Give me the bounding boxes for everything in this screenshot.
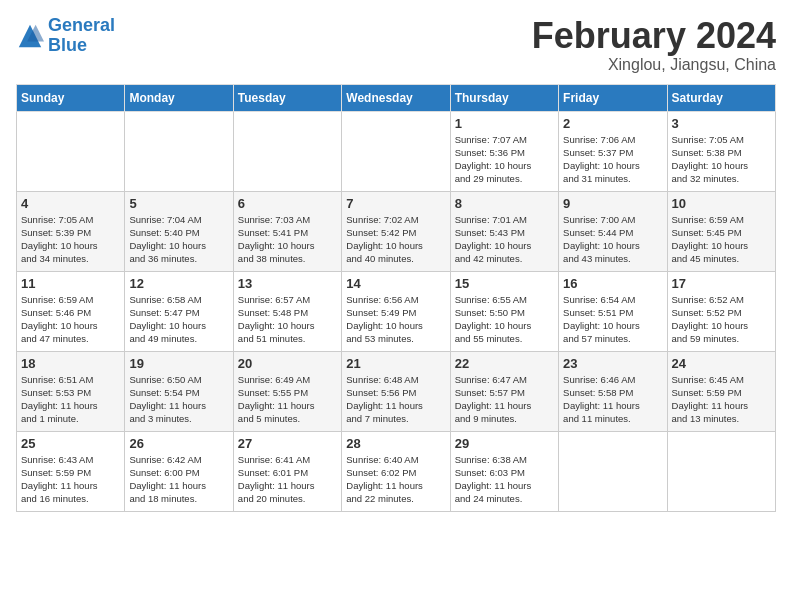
day-info: Sunrise: 6:56 AM Sunset: 5:49 PM Dayligh… xyxy=(346,293,445,346)
day-info: Sunrise: 7:07 AM Sunset: 5:36 PM Dayligh… xyxy=(455,133,554,186)
weekday-header: Thursday xyxy=(450,84,558,111)
day-number: 22 xyxy=(455,356,554,371)
day-info: Sunrise: 6:41 AM Sunset: 6:01 PM Dayligh… xyxy=(238,453,337,506)
day-info: Sunrise: 6:47 AM Sunset: 5:57 PM Dayligh… xyxy=(455,373,554,426)
day-info: Sunrise: 6:48 AM Sunset: 5:56 PM Dayligh… xyxy=(346,373,445,426)
calendar-cell: 9Sunrise: 7:00 AM Sunset: 5:44 PM Daylig… xyxy=(559,191,667,271)
day-number: 18 xyxy=(21,356,120,371)
day-info: Sunrise: 7:04 AM Sunset: 5:40 PM Dayligh… xyxy=(129,213,228,266)
calendar-cell: 24Sunrise: 6:45 AM Sunset: 5:59 PM Dayli… xyxy=(667,351,775,431)
day-info: Sunrise: 7:06 AM Sunset: 5:37 PM Dayligh… xyxy=(563,133,662,186)
day-number: 29 xyxy=(455,436,554,451)
day-info: Sunrise: 6:50 AM Sunset: 5:54 PM Dayligh… xyxy=(129,373,228,426)
weekday-header: Wednesday xyxy=(342,84,450,111)
weekday-header: Tuesday xyxy=(233,84,341,111)
day-number: 24 xyxy=(672,356,771,371)
calendar-week-row: 11Sunrise: 6:59 AM Sunset: 5:46 PM Dayli… xyxy=(17,271,776,351)
logo-icon xyxy=(16,22,44,50)
logo-text: General Blue xyxy=(48,16,115,56)
day-number: 4 xyxy=(21,196,120,211)
calendar-cell: 15Sunrise: 6:55 AM Sunset: 5:50 PM Dayli… xyxy=(450,271,558,351)
day-info: Sunrise: 7:00 AM Sunset: 5:44 PM Dayligh… xyxy=(563,213,662,266)
calendar-week-row: 1Sunrise: 7:07 AM Sunset: 5:36 PM Daylig… xyxy=(17,111,776,191)
calendar-cell xyxy=(667,431,775,511)
day-number: 8 xyxy=(455,196,554,211)
day-info: Sunrise: 7:05 AM Sunset: 5:38 PM Dayligh… xyxy=(672,133,771,186)
month-title: February 2024 xyxy=(532,16,776,56)
calendar-cell: 12Sunrise: 6:58 AM Sunset: 5:47 PM Dayli… xyxy=(125,271,233,351)
day-number: 6 xyxy=(238,196,337,211)
calendar-cell xyxy=(17,111,125,191)
weekday-header: Friday xyxy=(559,84,667,111)
day-number: 20 xyxy=(238,356,337,371)
calendar-cell: 3Sunrise: 7:05 AM Sunset: 5:38 PM Daylig… xyxy=(667,111,775,191)
weekday-header-row: SundayMondayTuesdayWednesdayThursdayFrid… xyxy=(17,84,776,111)
weekday-header: Monday xyxy=(125,84,233,111)
weekday-header: Sunday xyxy=(17,84,125,111)
calendar-week-row: 25Sunrise: 6:43 AM Sunset: 5:59 PM Dayli… xyxy=(17,431,776,511)
calendar-cell: 14Sunrise: 6:56 AM Sunset: 5:49 PM Dayli… xyxy=(342,271,450,351)
page-header: General Blue February 2024 Xinglou, Jian… xyxy=(16,16,776,74)
day-number: 12 xyxy=(129,276,228,291)
day-info: Sunrise: 6:59 AM Sunset: 5:45 PM Dayligh… xyxy=(672,213,771,266)
weekday-header: Saturday xyxy=(667,84,775,111)
day-info: Sunrise: 7:01 AM Sunset: 5:43 PM Dayligh… xyxy=(455,213,554,266)
calendar-cell: 22Sunrise: 6:47 AM Sunset: 5:57 PM Dayli… xyxy=(450,351,558,431)
calendar-cell: 20Sunrise: 6:49 AM Sunset: 5:55 PM Dayli… xyxy=(233,351,341,431)
day-number: 7 xyxy=(346,196,445,211)
day-number: 5 xyxy=(129,196,228,211)
day-info: Sunrise: 6:43 AM Sunset: 5:59 PM Dayligh… xyxy=(21,453,120,506)
calendar-cell: 6Sunrise: 7:03 AM Sunset: 5:41 PM Daylig… xyxy=(233,191,341,271)
calendar-cell: 7Sunrise: 7:02 AM Sunset: 5:42 PM Daylig… xyxy=(342,191,450,271)
calendar-cell: 11Sunrise: 6:59 AM Sunset: 5:46 PM Dayli… xyxy=(17,271,125,351)
calendar-cell: 10Sunrise: 6:59 AM Sunset: 5:45 PM Dayli… xyxy=(667,191,775,271)
calendar-cell: 8Sunrise: 7:01 AM Sunset: 5:43 PM Daylig… xyxy=(450,191,558,271)
day-number: 17 xyxy=(672,276,771,291)
day-number: 9 xyxy=(563,196,662,211)
day-number: 10 xyxy=(672,196,771,211)
calendar-cell: 25Sunrise: 6:43 AM Sunset: 5:59 PM Dayli… xyxy=(17,431,125,511)
day-info: Sunrise: 6:42 AM Sunset: 6:00 PM Dayligh… xyxy=(129,453,228,506)
calendar-cell xyxy=(125,111,233,191)
calendar-cell: 29Sunrise: 6:38 AM Sunset: 6:03 PM Dayli… xyxy=(450,431,558,511)
calendar-cell: 5Sunrise: 7:04 AM Sunset: 5:40 PM Daylig… xyxy=(125,191,233,271)
day-info: Sunrise: 7:05 AM Sunset: 5:39 PM Dayligh… xyxy=(21,213,120,266)
day-number: 1 xyxy=(455,116,554,131)
day-number: 16 xyxy=(563,276,662,291)
calendar-cell: 4Sunrise: 7:05 AM Sunset: 5:39 PM Daylig… xyxy=(17,191,125,271)
calendar-cell: 23Sunrise: 6:46 AM Sunset: 5:58 PM Dayli… xyxy=(559,351,667,431)
calendar-cell: 16Sunrise: 6:54 AM Sunset: 5:51 PM Dayli… xyxy=(559,271,667,351)
day-number: 3 xyxy=(672,116,771,131)
calendar-cell: 17Sunrise: 6:52 AM Sunset: 5:52 PM Dayli… xyxy=(667,271,775,351)
calendar-cell xyxy=(559,431,667,511)
day-number: 27 xyxy=(238,436,337,451)
day-info: Sunrise: 6:46 AM Sunset: 5:58 PM Dayligh… xyxy=(563,373,662,426)
logo: General Blue xyxy=(16,16,115,56)
calendar-cell: 26Sunrise: 6:42 AM Sunset: 6:00 PM Dayli… xyxy=(125,431,233,511)
calendar-cell: 27Sunrise: 6:41 AM Sunset: 6:01 PM Dayli… xyxy=(233,431,341,511)
calendar-cell: 2Sunrise: 7:06 AM Sunset: 5:37 PM Daylig… xyxy=(559,111,667,191)
calendar-cell: 18Sunrise: 6:51 AM Sunset: 5:53 PM Dayli… xyxy=(17,351,125,431)
day-number: 15 xyxy=(455,276,554,291)
day-info: Sunrise: 6:52 AM Sunset: 5:52 PM Dayligh… xyxy=(672,293,771,346)
location-title: Xinglou, Jiangsu, China xyxy=(532,56,776,74)
day-info: Sunrise: 6:58 AM Sunset: 5:47 PM Dayligh… xyxy=(129,293,228,346)
calendar-cell: 13Sunrise: 6:57 AM Sunset: 5:48 PM Dayli… xyxy=(233,271,341,351)
day-number: 28 xyxy=(346,436,445,451)
calendar-cell xyxy=(342,111,450,191)
calendar-cell xyxy=(233,111,341,191)
day-number: 21 xyxy=(346,356,445,371)
day-info: Sunrise: 7:02 AM Sunset: 5:42 PM Dayligh… xyxy=(346,213,445,266)
day-number: 14 xyxy=(346,276,445,291)
calendar-cell: 19Sunrise: 6:50 AM Sunset: 5:54 PM Dayli… xyxy=(125,351,233,431)
day-info: Sunrise: 6:49 AM Sunset: 5:55 PM Dayligh… xyxy=(238,373,337,426)
calendar-week-row: 4Sunrise: 7:05 AM Sunset: 5:39 PM Daylig… xyxy=(17,191,776,271)
day-number: 23 xyxy=(563,356,662,371)
day-info: Sunrise: 6:45 AM Sunset: 5:59 PM Dayligh… xyxy=(672,373,771,426)
day-number: 19 xyxy=(129,356,228,371)
calendar-cell: 21Sunrise: 6:48 AM Sunset: 5:56 PM Dayli… xyxy=(342,351,450,431)
day-number: 11 xyxy=(21,276,120,291)
day-number: 25 xyxy=(21,436,120,451)
day-info: Sunrise: 7:03 AM Sunset: 5:41 PM Dayligh… xyxy=(238,213,337,266)
day-info: Sunrise: 6:54 AM Sunset: 5:51 PM Dayligh… xyxy=(563,293,662,346)
